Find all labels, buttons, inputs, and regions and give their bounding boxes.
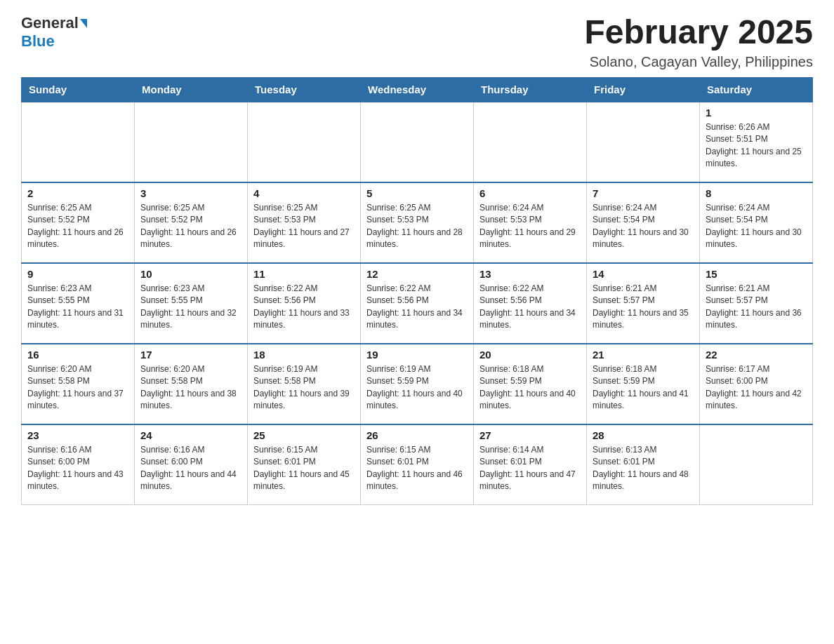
day-number: 5 <box>366 187 468 199</box>
day-number: 3 <box>140 187 241 199</box>
day-number: 11 <box>253 268 355 280</box>
calendar-day-cell: 4Sunrise: 6:25 AMSunset: 5:53 PMDaylight… <box>248 182 361 263</box>
calendar-day-header: Saturday <box>700 77 813 102</box>
page-header: General Blue February 2025 Solano, Cagay… <box>21 14 813 70</box>
calendar-week-row: 23Sunrise: 6:16 AMSunset: 6:00 PMDayligh… <box>22 424 813 505</box>
day-number: 7 <box>593 187 694 199</box>
calendar-day-cell: 2Sunrise: 6:25 AMSunset: 5:52 PMDaylight… <box>22 182 135 263</box>
calendar-day-cell: 6Sunrise: 6:24 AMSunset: 5:53 PMDaylight… <box>474 182 587 263</box>
day-number: 19 <box>366 349 468 361</box>
day-number: 4 <box>253 187 355 199</box>
calendar-day-cell: 25Sunrise: 6:15 AMSunset: 6:01 PMDayligh… <box>248 424 361 505</box>
logo-arrow-icon <box>80 19 87 28</box>
title-area: February 2025 Solano, Cagayan Valley, Ph… <box>584 14 813 70</box>
day-info: Sunrise: 6:21 AMSunset: 5:57 PMDaylight:… <box>706 283 807 332</box>
day-number: 17 <box>140 349 241 361</box>
day-info: Sunrise: 6:22 AMSunset: 5:56 PMDaylight:… <box>366 283 468 332</box>
calendar-table: SundayMondayTuesdayWednesdayThursdayFrid… <box>21 77 813 506</box>
day-number: 24 <box>140 429 241 441</box>
calendar-week-row: 16Sunrise: 6:20 AMSunset: 5:58 PMDayligh… <box>22 344 813 424</box>
day-info: Sunrise: 6:24 AMSunset: 5:54 PMDaylight:… <box>593 202 694 251</box>
calendar-day-header: Monday <box>135 77 248 102</box>
day-number: 22 <box>706 349 807 361</box>
day-number: 6 <box>479 187 581 199</box>
day-info: Sunrise: 6:25 AMSunset: 5:53 PMDaylight:… <box>366 202 468 251</box>
calendar-day-cell: 5Sunrise: 6:25 AMSunset: 5:53 PMDaylight… <box>361 182 474 263</box>
day-info: Sunrise: 6:15 AMSunset: 6:01 PMDaylight:… <box>253 444 355 493</box>
logo-blue-text: Blue <box>21 32 55 51</box>
calendar-day-cell: 26Sunrise: 6:15 AMSunset: 6:01 PMDayligh… <box>361 424 474 505</box>
day-info: Sunrise: 6:24 AMSunset: 5:53 PMDaylight:… <box>479 202 581 251</box>
day-info: Sunrise: 6:16 AMSunset: 6:00 PMDaylight:… <box>140 444 241 493</box>
day-info: Sunrise: 6:20 AMSunset: 5:58 PMDaylight:… <box>140 363 241 412</box>
logo-general-text: General <box>21 14 79 32</box>
day-info: Sunrise: 6:21 AMSunset: 5:57 PMDaylight:… <box>593 283 694 332</box>
calendar-day-cell: 21Sunrise: 6:18 AMSunset: 5:59 PMDayligh… <box>587 344 700 424</box>
day-info: Sunrise: 6:22 AMSunset: 5:56 PMDaylight:… <box>479 283 581 332</box>
calendar-header-row: SundayMondayTuesdayWednesdayThursdayFrid… <box>22 77 813 102</box>
calendar-day-cell: 20Sunrise: 6:18 AMSunset: 5:59 PMDayligh… <box>474 344 587 424</box>
location-title: Solano, Cagayan Valley, Philippines <box>584 54 813 70</box>
day-number: 27 <box>479 429 581 441</box>
day-number: 12 <box>366 268 468 280</box>
calendar-week-row: 1Sunrise: 6:26 AMSunset: 5:51 PMDaylight… <box>22 102 813 182</box>
day-number: 1 <box>706 107 807 119</box>
calendar-day-cell: 14Sunrise: 6:21 AMSunset: 5:57 PMDayligh… <box>587 263 700 344</box>
calendar-day-cell: 12Sunrise: 6:22 AMSunset: 5:56 PMDayligh… <box>361 263 474 344</box>
calendar-day-cell: 8Sunrise: 6:24 AMSunset: 5:54 PMDaylight… <box>700 182 813 263</box>
day-info: Sunrise: 6:20 AMSunset: 5:58 PMDaylight:… <box>27 363 128 412</box>
calendar-day-cell <box>135 102 248 182</box>
calendar-day-header: Wednesday <box>361 77 474 102</box>
calendar-day-cell: 22Sunrise: 6:17 AMSunset: 6:00 PMDayligh… <box>700 344 813 424</box>
day-number: 23 <box>27 429 128 441</box>
calendar-day-cell: 18Sunrise: 6:19 AMSunset: 5:58 PMDayligh… <box>248 344 361 424</box>
day-info: Sunrise: 6:23 AMSunset: 5:55 PMDaylight:… <box>140 283 241 332</box>
calendar-day-cell: 13Sunrise: 6:22 AMSunset: 5:56 PMDayligh… <box>474 263 587 344</box>
day-info: Sunrise: 6:16 AMSunset: 6:00 PMDaylight:… <box>27 444 128 493</box>
day-info: Sunrise: 6:25 AMSunset: 5:52 PMDaylight:… <box>140 202 241 251</box>
calendar-day-cell: 9Sunrise: 6:23 AMSunset: 5:55 PMDaylight… <box>22 263 135 344</box>
calendar-day-cell <box>474 102 587 182</box>
day-number: 9 <box>27 268 128 280</box>
day-number: 18 <box>253 349 355 361</box>
calendar-week-row: 9Sunrise: 6:23 AMSunset: 5:55 PMDaylight… <box>22 263 813 344</box>
calendar-day-cell <box>248 102 361 182</box>
calendar-day-header: Tuesday <box>248 77 361 102</box>
day-number: 14 <box>593 268 694 280</box>
day-info: Sunrise: 6:19 AMSunset: 5:58 PMDaylight:… <box>253 363 355 412</box>
day-info: Sunrise: 6:25 AMSunset: 5:53 PMDaylight:… <box>253 202 355 251</box>
day-info: Sunrise: 6:18 AMSunset: 5:59 PMDaylight:… <box>479 363 581 412</box>
day-number: 2 <box>27 187 128 199</box>
calendar-day-cell: 1Sunrise: 6:26 AMSunset: 5:51 PMDaylight… <box>700 102 813 182</box>
day-number: 16 <box>27 349 128 361</box>
calendar-day-header: Sunday <box>22 77 135 102</box>
calendar-day-cell <box>22 102 135 182</box>
day-number: 8 <box>706 187 807 199</box>
calendar-day-cell: 10Sunrise: 6:23 AMSunset: 5:55 PMDayligh… <box>135 263 248 344</box>
day-number: 25 <box>253 429 355 441</box>
day-info: Sunrise: 6:18 AMSunset: 5:59 PMDaylight:… <box>593 363 694 412</box>
day-info: Sunrise: 6:26 AMSunset: 5:51 PMDaylight:… <box>706 121 807 170</box>
calendar-day-cell: 28Sunrise: 6:13 AMSunset: 6:01 PMDayligh… <box>587 424 700 505</box>
calendar-day-cell: 15Sunrise: 6:21 AMSunset: 5:57 PMDayligh… <box>700 263 813 344</box>
logo: General Blue <box>21 14 87 51</box>
calendar-day-cell: 19Sunrise: 6:19 AMSunset: 5:59 PMDayligh… <box>361 344 474 424</box>
day-info: Sunrise: 6:25 AMSunset: 5:52 PMDaylight:… <box>27 202 128 251</box>
day-info: Sunrise: 6:22 AMSunset: 5:56 PMDaylight:… <box>253 283 355 332</box>
day-number: 13 <box>479 268 581 280</box>
day-info: Sunrise: 6:24 AMSunset: 5:54 PMDaylight:… <box>706 202 807 251</box>
calendar-day-cell: 27Sunrise: 6:14 AMSunset: 6:01 PMDayligh… <box>474 424 587 505</box>
day-number: 10 <box>140 268 241 280</box>
day-number: 28 <box>593 429 694 441</box>
day-number: 15 <box>706 268 807 280</box>
day-info: Sunrise: 6:23 AMSunset: 5:55 PMDaylight:… <box>27 283 128 332</box>
calendar-day-cell <box>361 102 474 182</box>
day-number: 21 <box>593 349 694 361</box>
day-info: Sunrise: 6:17 AMSunset: 6:00 PMDaylight:… <box>706 363 807 412</box>
month-title: February 2025 <box>584 14 813 51</box>
calendar-day-cell: 16Sunrise: 6:20 AMSunset: 5:58 PMDayligh… <box>22 344 135 424</box>
calendar-day-cell: 23Sunrise: 6:16 AMSunset: 6:00 PMDayligh… <box>22 424 135 505</box>
day-info: Sunrise: 6:13 AMSunset: 6:01 PMDaylight:… <box>593 444 694 493</box>
calendar-day-header: Friday <box>587 77 700 102</box>
calendar-day-cell: 17Sunrise: 6:20 AMSunset: 5:58 PMDayligh… <box>135 344 248 424</box>
